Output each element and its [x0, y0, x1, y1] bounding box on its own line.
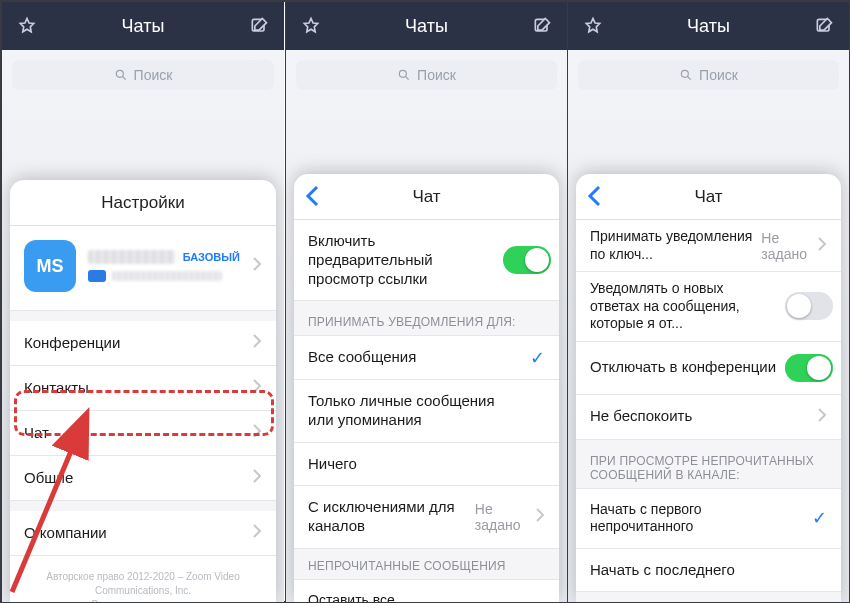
toggle-link-preview[interactable] [503, 246, 551, 274]
profile-email-blurred [112, 271, 222, 281]
opt-start-first-unread[interactable]: Начать с первого непрочитанного ✓ [576, 489, 841, 549]
section-unread: НЕПРОЧИТАННЫЕ СООБЩЕНИЯ [294, 549, 559, 580]
compose-icon[interactable] [531, 15, 553, 37]
chevron-right-icon [252, 523, 262, 543]
search-placeholder: Поиск [134, 67, 173, 83]
chevron-right-icon [252, 256, 262, 276]
profile-row[interactable]: MS БАЗОВЫЙ [10, 226, 276, 311]
chevron-right-icon [817, 236, 827, 256]
search-icon [114, 68, 128, 82]
sheet-title: Настройки [101, 193, 184, 213]
phone-2: Чаты Поиск Чат Включить предварительный … [285, 2, 567, 602]
navbar-title: Чаты [687, 16, 730, 37]
svg-point-4 [399, 70, 406, 77]
toggle-mute-in-conf[interactable] [785, 354, 833, 382]
check-icon: ✓ [530, 349, 545, 367]
row-reply-notifs[interactable]: Уведомлять о новых ответах на сообщения,… [576, 272, 841, 342]
row-keyword-notifs[interactable]: Принимать уведомления по ключ... Не зада… [576, 220, 841, 272]
svg-point-1 [116, 70, 123, 77]
row-dnd[interactable]: Не беспокоить [576, 395, 841, 440]
opt-start-last[interactable]: Начать с последнего [576, 549, 841, 593]
row-mute-in-conf[interactable]: Отключать в конференции [576, 342, 841, 395]
star-icon[interactable] [582, 15, 604, 37]
search-wrap: Поиск [2, 50, 284, 96]
row-keep-unread-top[interactable]: Оставить все непрочитанные сообщения све… [294, 580, 559, 602]
chevron-right-icon [252, 423, 262, 443]
search-input[interactable]: Поиск [296, 60, 557, 90]
settings-item-contacts[interactable]: Контакты [10, 366, 276, 411]
star-icon[interactable] [16, 15, 38, 37]
chevron-right-icon [252, 468, 262, 488]
toggle-reply-notifs[interactable] [785, 292, 833, 320]
settings-item-chat[interactable]: Чат [10, 411, 276, 456]
opt-personal-mentions[interactable]: Только личные сообщения или упоминания [294, 380, 559, 443]
search-icon [679, 68, 693, 82]
phone-1: Чаты Поиск Настройки MS БАЗОВЫЙ [2, 2, 284, 602]
search-icon [397, 68, 411, 82]
opt-nothing[interactable]: Ничего [294, 443, 559, 487]
chevron-right-icon [535, 507, 545, 527]
sheet-header: Настройки [10, 180, 276, 226]
compose-icon[interactable] [248, 15, 270, 37]
navbar-title: Чаты [405, 16, 448, 37]
check-icon: ✓ [812, 509, 827, 527]
phone-3: Чаты Поиск Чат Принимать уведомления по … [567, 2, 849, 602]
chevron-right-icon [252, 333, 262, 353]
settings-sheet: Настройки MS БАЗОВЫЙ Конфе [10, 180, 276, 602]
row-link-preview[interactable]: Включить предварительный просмотр ссылки [294, 220, 559, 301]
back-button[interactable] [586, 184, 604, 212]
navbar: Чаты [286, 2, 567, 50]
compose-icon[interactable] [813, 15, 835, 37]
settings-item-conferences[interactable]: Конференции [10, 321, 276, 366]
avatar: MS [24, 240, 76, 292]
settings-item-about[interactable]: О компании [10, 511, 276, 556]
search-input[interactable]: Поиск [578, 60, 839, 90]
navbar: Чаты [568, 2, 849, 50]
profile-info: БАЗОВЫЙ [88, 250, 240, 282]
zoom-icon [88, 270, 106, 282]
plan-badge: БАЗОВЫЙ [183, 251, 240, 263]
stage: Чаты Поиск Настройки MS БАЗОВЫЙ [0, 0, 850, 603]
navbar: Чаты [2, 2, 284, 50]
opt-all-messages[interactable]: Все сообщения ✓ [294, 336, 559, 380]
chat-settings-sheet-2: Чат Принимать уведомления по ключ... Не … [576, 174, 841, 602]
chevron-right-icon [817, 407, 827, 427]
chat-settings-sheet: Чат Включить предварительный просмотр сс… [294, 174, 559, 602]
settings-item-general[interactable]: Общие [10, 456, 276, 501]
section-when-notify: КОГДА МЕНЯ УВЕДОМЛЯТЬ: [576, 592, 841, 602]
svg-point-6 [681, 70, 688, 77]
back-button[interactable] [304, 184, 322, 212]
navbar-title: Чаты [122, 16, 165, 37]
section-receive-for: ПРИНИМАТЬ УВЕДОМЛЕНИЯ ДЛЯ: [294, 301, 559, 336]
opt-channel-exceptions[interactable]: С исключениями для каналов Не задано [294, 486, 559, 549]
profile-name-blurred [88, 250, 175, 264]
chevron-right-icon [252, 378, 262, 398]
section-channel-unread: ПРИ ПРОСМОТРЕ НЕПРОЧИТАННЫХ СООБЩЕНИЙ В … [576, 440, 841, 489]
star-icon[interactable] [300, 15, 322, 37]
search-input[interactable]: Поиск [12, 60, 274, 90]
copyright: Авторское право 2012-2020 – Zoom Video C… [10, 556, 276, 602]
